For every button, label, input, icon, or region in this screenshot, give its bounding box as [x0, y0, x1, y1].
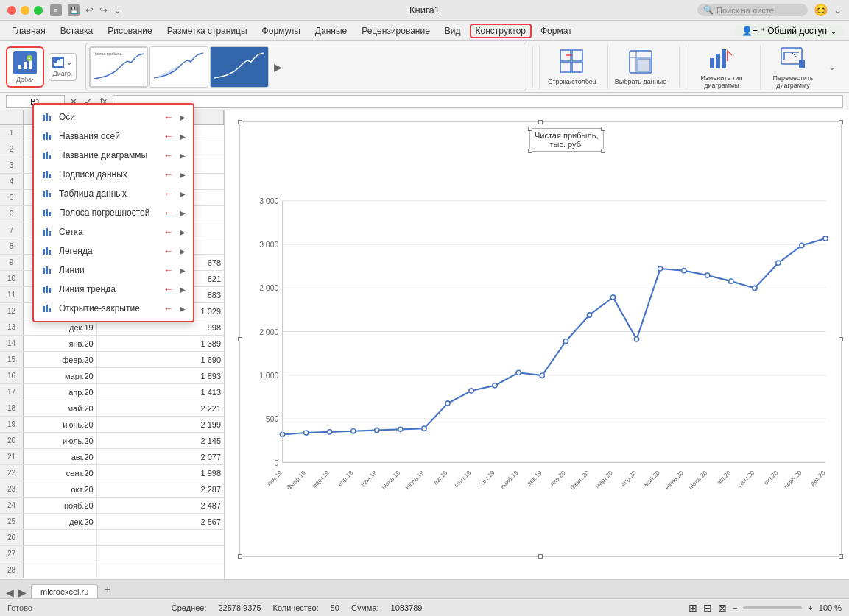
table-row[interactable]: 18 май.20 2 221 — [0, 400, 224, 417]
dropdown-item[interactable]: Сетка ← ▶ — [34, 222, 193, 241]
expand-icon[interactable]: ⌄ — [834, 5, 842, 15]
menu-risovanie[interactable]: Рисование — [102, 24, 158, 38]
menu-format[interactable]: Формат — [535, 24, 578, 38]
dropdown-item[interactable]: Линии ← ▶ — [34, 261, 193, 280]
file-icon[interactable]: ≡ — [50, 4, 62, 16]
cell-a[interactable] — [24, 562, 97, 578]
cell-b[interactable]: 2 287 — [97, 481, 224, 497]
cell-b[interactable]: 1 389 — [97, 336, 224, 351]
redo-icon[interactable]: ↪ — [99, 4, 108, 15]
cell-b[interactable]: 2 487 — [97, 498, 224, 513]
title-handle-bl[interactable] — [528, 149, 532, 153]
menu-konstruktor[interactable]: Конструктор — [470, 24, 532, 38]
add-sheet-button[interactable]: + — [99, 583, 115, 596]
chart-style-dropdown[interactable]: ⌄ Диагр. — [49, 53, 77, 81]
menu-formuly[interactable]: Формулы — [256, 24, 306, 38]
cell-a[interactable]: дек.20 — [24, 514, 97, 529]
select-data-section[interactable]: Выбрать данные — [607, 45, 673, 89]
cell-b[interactable]: 2 221 — [97, 400, 224, 416]
cell-a[interactable]: май.20 — [24, 400, 97, 416]
table-row[interactable]: 16 март.20 1 893 — [0, 368, 224, 384]
dropdown-item[interactable]: Легенда ← ▶ — [34, 241, 193, 261]
table-row[interactable]: 25 дек.20 2 567 — [0, 514, 224, 530]
table-row[interactable]: 21 авг.20 2 077 — [0, 449, 224, 465]
formula-input[interactable] — [113, 95, 843, 108]
table-row[interactable]: 15 февр.20 1 690 — [0, 352, 224, 368]
cell-b[interactable]: 1 413 — [97, 384, 224, 400]
cell-a[interactable]: авг.20 — [24, 449, 97, 464]
cell-b[interactable]: 2 145 — [97, 433, 224, 448]
zoom-slider[interactable] — [743, 606, 802, 609]
cell-b[interactable] — [97, 562, 224, 578]
cell-b[interactable] — [97, 530, 224, 545]
dropdown-item[interactable]: Названия осей ← ▶ — [34, 127, 193, 146]
close-button[interactable] — [7, 6, 16, 15]
chart-title[interactable]: Чистая прибыль, тыс. руб. — [529, 128, 604, 152]
menu-recenzirovanie[interactable]: Рецензирование — [356, 24, 436, 38]
add-chart-element-button[interactable]: + + Доба- — [6, 46, 44, 88]
row-column-section[interactable]: Строка/столбец — [539, 45, 605, 89]
cell-b[interactable]: 1 893 — [97, 368, 224, 383]
cell-b[interactable] — [97, 546, 224, 562]
view-preview-icon[interactable]: ⊠ — [718, 602, 727, 614]
chart-thumb-2[interactable] — [149, 46, 208, 88]
share-button[interactable]: 👤+ ⁺ Общий доступ ⌄ — [736, 24, 843, 38]
table-row[interactable]: 19 июнь.20 2 199 — [0, 417, 224, 433]
cell-a[interactable]: июль.20 — [24, 433, 97, 448]
table-row[interactable]: 23 окт.20 2 287 — [0, 481, 224, 498]
cell-b[interactable]: 2 199 — [97, 417, 224, 432]
search-box[interactable]: 🔍 Поиск на листе — [697, 4, 808, 16]
table-row[interactable]: 14 янв.20 1 389 — [0, 336, 224, 352]
chart-container[interactable]: Чистая прибыль, тыс. руб. 05001 0002 000… — [239, 121, 842, 557]
table-row[interactable]: 26 — [0, 530, 224, 546]
cell-b[interactable]: 2 077 — [97, 449, 224, 464]
next-chart-arrow[interactable]: ▶ — [270, 46, 285, 88]
cell-b[interactable]: 1 690 — [97, 352, 224, 367]
menu-razmetka[interactable]: Разметка страницы — [161, 24, 253, 38]
cell-a[interactable]: апр.20 — [24, 384, 97, 400]
cell-b[interactable]: 2 567 — [97, 514, 224, 529]
cell-a[interactable] — [24, 530, 97, 545]
menu-glavnaya[interactable]: Главная — [6, 24, 52, 38]
dropdown-item[interactable]: Линия тренда ← ▶ — [34, 280, 193, 299]
minimize-button[interactable] — [21, 6, 29, 15]
table-row[interactable]: 24 нояб.20 2 487 — [0, 498, 224, 514]
cell-b[interactable]: 1 998 — [97, 465, 224, 481]
menu-vstavka[interactable]: Вставка — [54, 24, 99, 38]
table-row[interactable]: 20 июль.20 2 145 — [0, 433, 224, 449]
chart-thumb-3[interactable] — [210, 46, 269, 88]
dropdown-item[interactable]: Оси ← ▶ — [34, 107, 193, 127]
move-chart-section[interactable]: Переместить диаграмму — [760, 45, 825, 89]
menu-dannye[interactable]: Данные — [309, 24, 353, 38]
menu-vid[interactable]: Вид — [439, 24, 467, 38]
cell-a[interactable]: сент.20 — [24, 465, 97, 481]
cell-a[interactable]: окт.20 — [24, 481, 97, 497]
view-normal-icon[interactable]: ⊞ — [688, 602, 697, 614]
table-row[interactable]: 22 сент.20 1 998 — [0, 465, 224, 481]
save-icon[interactable]: 💾 — [68, 4, 80, 16]
dropdown-item[interactable]: Полоса погрешностей ← ▶ — [34, 203, 193, 222]
title-handle-tr[interactable] — [601, 127, 605, 131]
zoom-in-icon[interactable]: + — [808, 603, 812, 612]
table-row[interactable]: 17 апр.20 1 413 — [0, 384, 224, 400]
sheet-nav-right[interactable]: ▶ — [18, 587, 27, 598]
cell-a[interactable]: нояб.20 — [24, 498, 97, 513]
dropdown-item[interactable]: Название диаграммы ← ▶ — [34, 146, 193, 165]
undo-icon[interactable]: ↩ — [85, 4, 94, 15]
dropdown-item[interactable]: Подписи данных ← ▶ — [34, 165, 193, 184]
table-row[interactable]: 28 — [0, 562, 224, 578]
change-type-section[interactable]: Изменить тип диаграммы — [686, 45, 757, 89]
cell-a[interactable]: март.20 — [24, 368, 97, 383]
cell-a[interactable]: янв.20 — [24, 336, 97, 351]
toolbar-expand[interactable]: ⌄ — [828, 62, 843, 72]
zoom-out-icon[interactable]: − — [733, 603, 737, 612]
cell-a[interactable] — [24, 546, 97, 562]
dropdown-item[interactable]: Открытие-закрытие ← ▶ — [34, 299, 193, 318]
maximize-button[interactable] — [34, 6, 43, 15]
dropdown-item[interactable]: Таблица данных ← ▶ — [34, 184, 193, 203]
more-icon[interactable]: ⌄ — [113, 4, 121, 15]
view-page-icon[interactable]: ⊟ — [703, 602, 712, 614]
cell-a[interactable]: июнь.20 — [24, 417, 97, 432]
sheet-tab-microexcel[interactable]: microexcel.ru — [31, 584, 98, 598]
title-handle-tl[interactable] — [528, 127, 532, 131]
